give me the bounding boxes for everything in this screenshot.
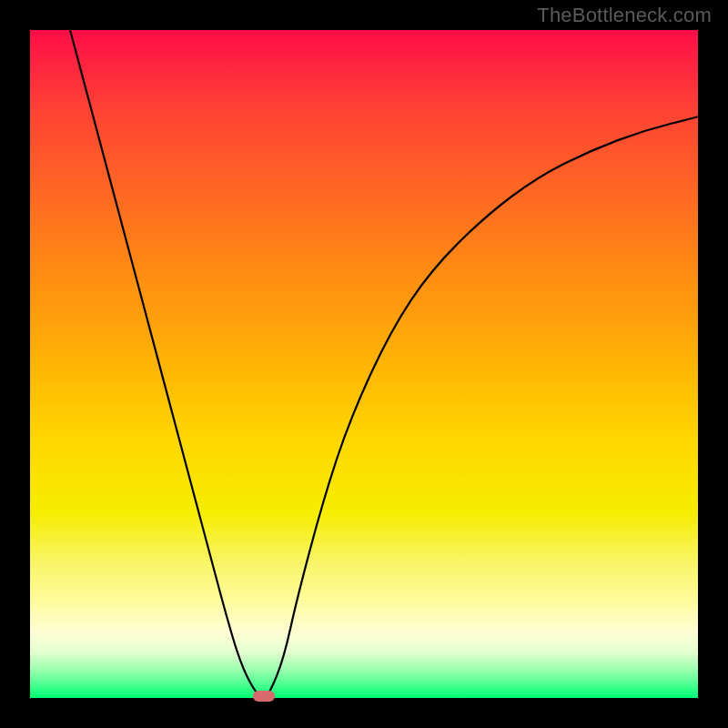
bottleneck-curve: [70, 30, 698, 697]
curve-svg: [30, 30, 698, 698]
optimal-marker: [253, 691, 275, 702]
chart-plot-area: [30, 30, 698, 698]
watermark-text: TheBottleneck.com: [537, 4, 712, 27]
